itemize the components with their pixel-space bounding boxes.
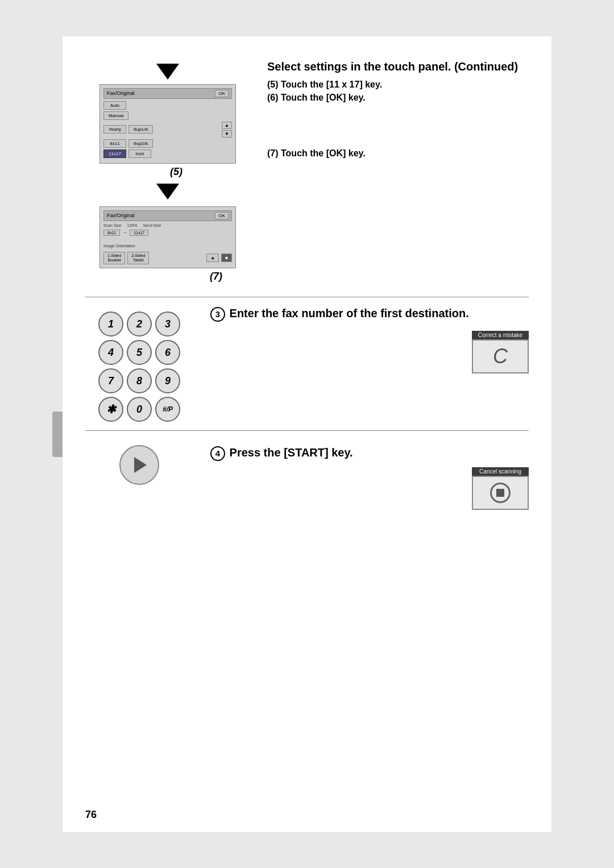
divider-2 xyxy=(85,430,529,431)
tp1-yearly-btn[interactable]: Yearly xyxy=(103,125,126,134)
tp2-size-row: 8x11 → 11x17 xyxy=(103,230,232,236)
step4-section: 4 Press the [START] key. Cancel scanning xyxy=(85,445,529,510)
key-6[interactable]: 6 xyxy=(155,340,180,365)
tp1-auto-btn[interactable]: Auto xyxy=(103,101,126,110)
tp1-row3: 11x17 Inch xyxy=(103,149,232,158)
tp2-ok-btn[interactable]: OK xyxy=(215,212,229,219)
tp1-down-arrow[interactable]: ▼ xyxy=(222,130,232,138)
step7-instruction: (7) Touch the [OK] key. xyxy=(267,148,529,159)
tp1-8x11-btn[interactable]: 8x11 xyxy=(103,139,126,148)
page: Fax/Original OK Auto Manual Yearly 8up1/… xyxy=(63,36,551,832)
step4-title: Press the [START] key. xyxy=(226,445,353,460)
stop-square xyxy=(496,489,504,497)
step6-instruction: (6) Touch the [OK] key. xyxy=(267,93,529,103)
correct-mistake-button[interactable]: C xyxy=(472,339,529,373)
tp2-1sided-btn[interactable]: 1-SidedBooklet xyxy=(103,252,125,265)
start-button[interactable] xyxy=(119,445,159,485)
tp1-auto-row: Auto xyxy=(103,101,232,110)
tp2-scan-val: 8x11 xyxy=(103,230,120,236)
divider-1 xyxy=(85,297,529,297)
sidebar-tab xyxy=(52,412,63,457)
tp2-2sided-btn[interactable]: 2-SidedTablet xyxy=(127,252,149,265)
tp1-right-btns: ▲ ▼ xyxy=(222,122,232,138)
tp1-inch-btn[interactable]: Inch xyxy=(128,149,151,158)
keypad-col: 1 2 3 4 5 6 7 8 9 ✱ 0 #/P xyxy=(85,306,199,422)
tp2-send-size-label: Send Size xyxy=(143,223,161,227)
cancel-scanning-button[interactable] xyxy=(472,476,529,510)
content-area: Fax/Original OK Auto Manual Yearly 8up1/… xyxy=(85,59,529,510)
correct-mistake-char: C xyxy=(493,344,508,368)
key-9[interactable]: 9 xyxy=(155,368,180,393)
tp2-scan-info: Scan Size 129% Send Size xyxy=(103,223,232,227)
tp1-manual-row: Manual xyxy=(103,111,232,120)
cancel-scan-box: Cancel scanning xyxy=(472,467,529,510)
tp2-header: Fax/Original OK xyxy=(103,210,232,221)
keypad: 1 2 3 4 5 6 7 8 9 ✱ 0 #/P xyxy=(98,312,180,422)
key-0[interactable]: 0 xyxy=(127,397,152,422)
tp1-11x17-btn[interactable]: 11x17 xyxy=(103,149,126,158)
key-5[interactable]: 5 xyxy=(127,340,152,365)
touch-panel-2: Fax/Original OK Scan Size 129% Send Size… xyxy=(99,206,236,269)
step7-instruction-wrapper: (7) Touch the [OK] key. xyxy=(267,148,529,159)
step3-text-col: 3 Enter the fax number of the first dest… xyxy=(199,306,529,373)
start-play-icon xyxy=(134,457,147,473)
step3-section: 1 2 3 4 5 6 7 8 9 ✱ 0 #/P 3 Enter the xyxy=(85,306,529,422)
tp2-header-label: Fax/Original xyxy=(107,213,135,218)
tp2-bottom-row: 1-SidedBooklet 2-SidedTablet ▲ ■ xyxy=(103,252,232,265)
tp2-send-val: 11x17 xyxy=(130,230,148,236)
diagram-column: Fax/Original OK Auto Manual Yearly 8up1/… xyxy=(85,59,256,283)
down-arrow-2 xyxy=(156,184,179,200)
step4-number: 4 xyxy=(210,446,225,461)
key-1[interactable]: 1 xyxy=(98,312,123,337)
stop-icon xyxy=(490,483,511,503)
step4-heading: 4 Press the [START] key. xyxy=(210,445,529,461)
tp2-orientation-area: Image Orientation xyxy=(103,239,232,250)
tp1-row2: 8x11 8up2/A xyxy=(103,139,232,148)
correct-mistake-box: Correct a mistake C xyxy=(472,331,529,373)
step4-text-col: 4 Press the [START] key. Cancel scanning xyxy=(199,445,529,510)
top-section: Fax/Original OK Auto Manual Yearly 8up1/… xyxy=(85,59,529,283)
tp2-scan-size-label: Scan Size xyxy=(103,223,122,227)
section-title: Select settings in the touch panel. (Con… xyxy=(267,59,529,74)
tp1-manual-btn[interactable]: Manual xyxy=(103,111,128,120)
down-arrow-1 xyxy=(156,64,179,80)
step5-label: (5) xyxy=(170,166,182,178)
tp1-header-label: Fax/Original xyxy=(107,90,135,96)
cancel-scanning-label: Cancel scanning xyxy=(472,467,529,476)
key-2[interactable]: 2 xyxy=(127,312,152,337)
step3-number: 3 xyxy=(210,307,225,322)
tp1-header: Fax/Original OK xyxy=(103,88,232,99)
tp1-8up1a-btn[interactable]: 8up1/A xyxy=(128,125,153,134)
step3-title: Enter the fax number of the first destin… xyxy=(226,306,469,321)
touch-panel-1: Fax/Original OK Auto Manual Yearly 8up1/… xyxy=(99,84,236,164)
key-star[interactable]: ✱ xyxy=(98,397,123,422)
correct-mistake-label: Correct a mistake xyxy=(472,331,529,339)
step7-label: (7) xyxy=(210,271,222,283)
tp1-8up2a-btn[interactable]: 8up2/A xyxy=(128,139,153,148)
tp1-up-arrow[interactable]: ▲ xyxy=(222,122,232,129)
tp1-ok-btn[interactable]: OK xyxy=(215,90,229,97)
key-3[interactable]: 3 xyxy=(155,312,180,337)
key-4[interactable]: 4 xyxy=(98,340,123,365)
page-number: 76 xyxy=(85,809,97,821)
step5-instruction: (5) Touch the [11 x 17] key. xyxy=(267,80,529,90)
instructions-text-col: Select settings in the touch panel. (Con… xyxy=(256,59,529,161)
key-7[interactable]: 7 xyxy=(98,368,123,393)
tp1-row1: Yearly 8up1/A ▲ ▼ xyxy=(103,122,232,138)
tp2-stop-icon[interactable]: ■ xyxy=(221,254,232,262)
key-8[interactable]: 8 xyxy=(127,368,152,393)
start-btn-col xyxy=(85,445,199,485)
tp2-orientation-label: Image Orientation xyxy=(103,244,135,248)
tp2-check-label: 129% xyxy=(127,223,138,227)
tp2-orient-icon[interactable]: ▲ xyxy=(206,254,219,262)
tp2-arrow: → xyxy=(122,230,127,235)
key-hash-p[interactable]: #/P xyxy=(155,397,180,422)
step3-heading: 3 Enter the fax number of the first dest… xyxy=(210,306,529,322)
